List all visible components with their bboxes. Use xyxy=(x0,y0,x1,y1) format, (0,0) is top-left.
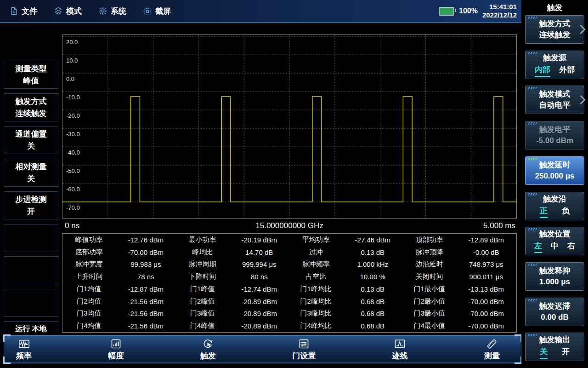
btn-trigger-delay-value: 250.000 μs xyxy=(535,172,574,181)
bottombar-item-trigger[interactable]: 触发 xyxy=(200,338,216,361)
measure-ruler-icon xyxy=(486,338,498,350)
btn-trigger-hysteresis[interactable]: 触发迟滞0.00 dB xyxy=(525,298,584,326)
meas-value: -70.00 dBm xyxy=(456,320,516,332)
meas-label: 过冲 xyxy=(289,246,343,259)
y-tick-label: -40.0 xyxy=(66,149,80,156)
meas-label: 门1峰均比 xyxy=(289,283,343,295)
corner-stripes-decoration xyxy=(528,17,537,19)
bottombar-item-frequency-label: 频率 xyxy=(16,351,32,361)
btn-trigger-source[interactable]: 触发源内部外部 xyxy=(525,51,584,79)
meas-value: -70.00 dBm xyxy=(116,246,176,259)
btn-trigger-position-option-2[interactable]: 右 xyxy=(567,241,575,253)
menu-system[interactable]: 系统 xyxy=(98,6,126,17)
btn-trigger-holdoff-title: 触发释抑 xyxy=(539,266,571,276)
btn-trigger-output-option-1[interactable]: 开 xyxy=(562,346,570,359)
btn-trigger-mode[interactable]: 触发模式自动电平 xyxy=(525,86,584,114)
btn-trigger-edge-options: 正负 xyxy=(526,206,584,218)
btn-trigger-type[interactable]: 触发方式连续触发 xyxy=(525,15,584,44)
corner-stripes-decoration xyxy=(528,122,537,125)
meas-value: 80 ns xyxy=(229,270,289,283)
btn-trigger-edge-option-1[interactable]: 负 xyxy=(562,206,570,218)
x-axis-start-label: 0 ns xyxy=(65,221,79,230)
btn-trigger-position-option-0[interactable]: 左 xyxy=(534,241,542,253)
left-box-relative-measure-line1: 相对测量 xyxy=(16,161,47,172)
meas-label: 上升时间 xyxy=(62,270,116,283)
meas-label: 门2峰值 xyxy=(176,295,229,308)
table-row: 底部功率-70.00 dBm峰均比14.70 dB过冲0.13 dB脉冲顶降-0… xyxy=(62,246,516,259)
meas-value: 748.973 μs xyxy=(456,259,516,271)
corner-stripes-decoration xyxy=(528,264,537,266)
btn-trigger-output[interactable]: 触发输出关开 xyxy=(525,333,584,361)
menu-screenshot[interactable]: 截屏 xyxy=(143,6,171,17)
meas-label: 门3均值 xyxy=(62,308,116,320)
left-box-blank-2 xyxy=(4,256,58,284)
menu-file[interactable]: 文件 xyxy=(9,6,37,17)
btn-trigger-output-option-0[interactable]: 关 xyxy=(540,346,548,359)
menu-mode[interactable]: 模式 xyxy=(54,6,82,17)
meas-label: 下降时间 xyxy=(176,270,229,283)
menu-file-label: 文件 xyxy=(22,6,37,17)
btn-trigger-output-options: 关开 xyxy=(526,346,584,359)
meas-value: -13.13 dBm xyxy=(456,283,516,295)
btn-trigger-edge-title: 触发沿 xyxy=(543,195,566,204)
meas-value: -0.00 dB xyxy=(456,246,516,259)
btn-trigger-source-option-0[interactable]: 内部 xyxy=(535,64,550,77)
meas-value: -20.89 dBm xyxy=(229,295,289,308)
meas-label: 门2均值 xyxy=(62,295,116,308)
trigger-panel-title: 触发 xyxy=(521,2,588,13)
left-box-channel-offset-line1: 通道偏置 xyxy=(16,129,47,139)
meas-label: 脉冲顶降 xyxy=(403,246,456,259)
meas-value: -70.00 dBm xyxy=(456,295,516,308)
meas-label: 边沿延时 xyxy=(403,259,456,271)
meas-value: -12.87 dBm xyxy=(116,283,176,295)
btn-trigger-edge-option-0[interactable]: 正 xyxy=(540,206,548,218)
btn-trigger-delay[interactable]: 触发延时250.000 μs xyxy=(525,156,584,185)
left-box-trigger-type-line2: 连续触发 xyxy=(16,108,47,119)
meas-label: 占空比 xyxy=(289,270,343,283)
trigger-icon xyxy=(202,338,214,350)
meas-label: 顶部功率 xyxy=(403,234,456,246)
btn-trigger-holdoff[interactable]: 触发释抑1.000 μs xyxy=(525,262,584,291)
meas-label: 门3峰均比 xyxy=(289,308,343,320)
meas-value: -20.89 dBm xyxy=(229,320,289,332)
y-tick-label: 10.0 xyxy=(66,57,78,64)
btn-trigger-edge[interactable]: 触发沿正负 xyxy=(525,192,584,220)
btn-trigger-level-title: 触发电平 xyxy=(539,125,571,134)
corner-bracket xyxy=(3,334,11,342)
table-row: 门3均值-21.56 dBm门3峰值-20.89 dBm门3峰均比0.68 dB… xyxy=(62,308,516,320)
x-axis-span-label: 5.000 ms xyxy=(483,221,515,230)
meas-label: 门4均值 xyxy=(62,320,116,332)
meas-value: -12.74 dBm xyxy=(229,283,289,295)
left-box-blank-3 xyxy=(4,289,58,317)
meas-value: -21.56 dBm xyxy=(116,308,176,320)
bottombar-item-trace[interactable]: 迹线 xyxy=(392,338,408,361)
meas-value: -27.46 dBm xyxy=(343,234,403,246)
bottombar-item-frequency[interactable]: 频率 xyxy=(16,338,32,361)
meas-value: 999.994 μs xyxy=(229,259,289,271)
meas-label: 门1峰值 xyxy=(176,283,229,295)
meas-label: 峰均比 xyxy=(176,246,229,259)
bottombar-item-trigger-label: 触发 xyxy=(200,351,216,361)
btn-trigger-position-option-1[interactable]: 中 xyxy=(551,241,559,253)
meas-value: 1.000 kHz xyxy=(343,259,403,271)
meas-value: -12.89 dBm xyxy=(456,234,516,246)
meas-value: 0.13 dB xyxy=(343,283,403,295)
corner-stripes-decoration xyxy=(528,158,537,160)
measurement-table: 峰值功率-12.76 dBm最小功率-20.19 dBm平均功率-27.46 d… xyxy=(62,233,517,333)
bottombar-item-measure[interactable]: 测量 xyxy=(484,338,500,361)
center-frequency-label: 15.000000000 GHz xyxy=(255,221,323,230)
meas-value: -20.89 dBm xyxy=(229,308,289,320)
btn-trigger-source-option-1[interactable]: 外部 xyxy=(559,64,575,77)
meas-label: 门4峰值 xyxy=(176,320,229,332)
btn-trigger-position[interactable]: 触发位置左中右 xyxy=(525,227,584,255)
trace-icon xyxy=(394,338,406,350)
bottombar-item-measure-label: 测量 xyxy=(484,351,500,361)
camera-icon xyxy=(143,6,152,16)
bottombar-item-amplitude[interactable]: 幅度 xyxy=(108,338,124,361)
bottombar-item-gate-setup[interactable]: 门设置 xyxy=(292,338,316,361)
btn-trigger-source-title: 触发源 xyxy=(543,53,566,63)
gate-sliders-icon xyxy=(298,338,310,350)
btn-trigger-type-value: 连续触发 xyxy=(539,30,571,40)
meas-label: 平均功率 xyxy=(289,234,343,246)
btn-trigger-source-options: 内部外部 xyxy=(526,64,584,77)
